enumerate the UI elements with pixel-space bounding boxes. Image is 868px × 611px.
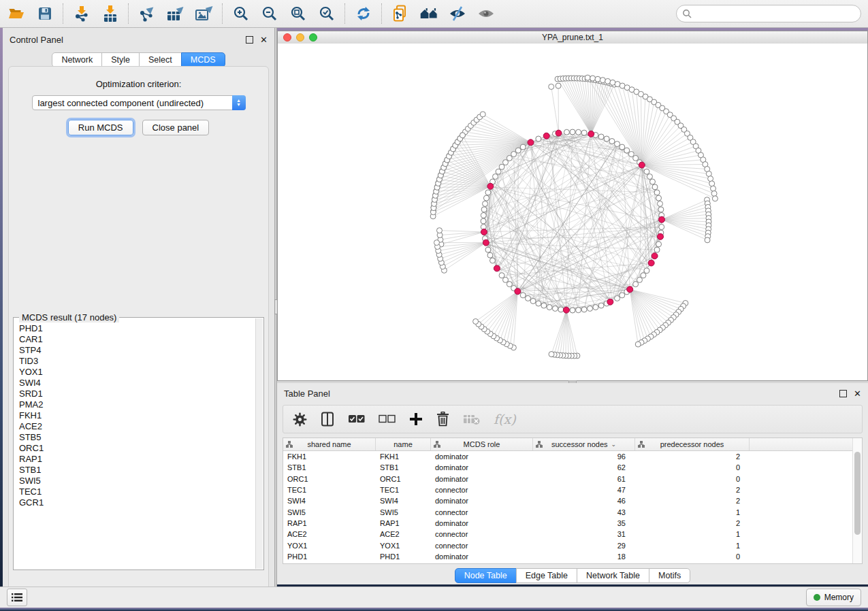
zoom-fit-icon[interactable]: [289, 4, 308, 23]
mcds-result-list[interactable]: PHD1CAR1STP4TID3YOX1SWI4SRD1PMA2FKH1ACE2…: [15, 319, 255, 568]
table-cell[interactable]: FKH1: [376, 452, 431, 461]
hide-selection-icon[interactable]: [448, 4, 467, 23]
memory-button[interactable]: Memory: [806, 589, 861, 606]
table-cell[interactable]: 29: [533, 542, 635, 550]
column-header-MCDS-role[interactable]: MCDS role: [431, 438, 533, 450]
show-columns-icon[interactable]: [321, 412, 334, 427]
window-minimize-icon[interactable]: [296, 33, 304, 42]
close-table-panel-icon[interactable]: ✕: [854, 391, 861, 397]
table-cell[interactable]: connector: [431, 486, 533, 494]
table-row[interactable]: PHD1PHD1dominator180: [283, 551, 862, 562]
mcds-result-item[interactable]: TID3: [19, 356, 255, 367]
table-cell[interactable]: 18: [533, 552, 635, 561]
table-cell[interactable]: 96: [533, 452, 635, 461]
mcds-result-item[interactable]: STP4: [19, 345, 255, 356]
criterion-dropdown[interactable]: largest connected component (undirected)…: [32, 95, 246, 110]
table-cell[interactable]: 1: [635, 508, 750, 516]
export-image-icon[interactable]: [195, 4, 214, 23]
table-cell[interactable]: 43: [533, 508, 635, 516]
table-cell[interactable]: ORC1: [283, 475, 376, 483]
save-session-icon[interactable]: [35, 4, 54, 23]
network-graph[interactable]: [278, 44, 867, 380]
table-cell[interactable]: TEC1: [376, 486, 431, 494]
import-network-icon[interactable]: [72, 4, 91, 23]
zoom-selected-icon[interactable]: [317, 4, 336, 23]
table-row[interactable]: FKH1FKH1dominator962: [283, 451, 862, 462]
delete-table-icon[interactable]: [463, 413, 480, 425]
table-scrollbar-thumb[interactable]: [854, 452, 861, 535]
table-row[interactable]: ORC1ORC1dominator610: [283, 474, 862, 484]
deselect-all-rows-icon[interactable]: [379, 414, 396, 424]
window-close-icon[interactable]: [283, 33, 291, 42]
table-cell[interactable]: TEC1: [283, 486, 376, 494]
tab-node-table[interactable]: Node Table: [455, 568, 517, 583]
table-cell[interactable]: 2: [635, 452, 750, 461]
table-cell[interactable]: 1: [635, 530, 750, 538]
tab-motifs[interactable]: Motifs: [649, 568, 690, 583]
table-cell[interactable]: ORC1: [376, 475, 431, 483]
table-cell[interactable]: connector: [431, 508, 533, 516]
run-mcds-button[interactable]: Run MCDS: [68, 120, 133, 135]
table-cell[interactable]: connector: [431, 542, 533, 550]
mcds-result-item[interactable]: SRD1: [19, 389, 255, 399]
table-cell[interactable]: 0: [635, 552, 750, 561]
tab-mcds[interactable]: MCDS: [181, 52, 225, 67]
table-cell[interactable]: 31: [533, 530, 635, 538]
table-cell[interactable]: 2: [635, 519, 750, 527]
table-cell[interactable]: STB1: [283, 463, 376, 472]
export-table-icon[interactable]: [166, 4, 185, 23]
table-cell[interactable]: ACE2: [283, 530, 376, 538]
first-neighbors-icon[interactable]: [419, 4, 438, 23]
table-scrollbar[interactable]: [852, 438, 862, 563]
table-row[interactable]: TEC1TEC1connector472: [283, 484, 862, 495]
mcds-result-item[interactable]: SWI5: [19, 476, 255, 486]
column-header-shared-name[interactable]: shared name: [283, 438, 376, 450]
table-settings-gear-icon[interactable]: [293, 412, 307, 427]
table-cell[interactable]: dominator: [431, 452, 533, 461]
table-cell[interactable]: dominator: [431, 519, 533, 527]
mcds-list-scrollbar[interactable]: [255, 318, 263, 569]
mcds-result-item[interactable]: ACE2: [19, 421, 255, 432]
column-header-name[interactable]: name: [376, 438, 431, 450]
network-window-titlebar[interactable]: YPA_prune.txt_1: [278, 31, 867, 44]
open-session-icon[interactable]: [7, 4, 26, 23]
tab-network-table[interactable]: Network Table: [577, 568, 649, 583]
table-cell[interactable]: connector: [431, 530, 533, 538]
tab-select[interactable]: Select: [139, 52, 182, 67]
network-canvas[interactable]: [278, 44, 867, 380]
mcds-result-item[interactable]: YOX1: [19, 367, 255, 378]
table-cell[interactable]: 62: [533, 463, 635, 472]
table-cell[interactable]: ACE2: [376, 530, 431, 538]
table-cell[interactable]: SWI5: [283, 508, 376, 516]
mcds-result-item[interactable]: TEC1: [19, 486, 255, 497]
tab-edge-table[interactable]: Edge Table: [516, 568, 577, 583]
apply-layout-icon[interactable]: [354, 4, 373, 23]
column-header-predecessor-nodes[interactable]: predecessor nodes: [635, 438, 750, 450]
mcds-result-item[interactable]: PMA2: [19, 399, 255, 410]
table-cell[interactable]: 0: [635, 463, 750, 472]
task-history-button[interactable]: [7, 589, 27, 606]
column-header-successor-nodes[interactable]: successor nodes⌄: [533, 438, 635, 450]
table-cell[interactable]: dominator: [431, 497, 533, 505]
mcds-result-item[interactable]: STB1: [19, 465, 255, 476]
table-cell[interactable]: RAP1: [283, 519, 376, 527]
table-cell[interactable]: 0: [635, 475, 750, 483]
table-cell[interactable]: SWI4: [283, 497, 376, 505]
table-cell[interactable]: SWI5: [376, 508, 431, 516]
table-cell[interactable]: 61: [533, 475, 635, 483]
table-cell[interactable]: 46: [533, 497, 635, 505]
table-cell[interactable]: FKH1: [283, 452, 376, 461]
table-cell[interactable]: RAP1: [376, 519, 431, 527]
zoom-in-icon[interactable]: [231, 4, 251, 23]
table-row[interactable]: SWI5SWI5connector431: [283, 506, 862, 517]
table-cell[interactable]: YOX1: [283, 542, 376, 550]
mcds-result-item[interactable]: RAP1: [19, 454, 255, 465]
table-cell[interactable]: PHD1: [283, 552, 376, 561]
mcds-result-item[interactable]: STB5: [19, 432, 255, 443]
table-cell[interactable]: dominator: [431, 463, 533, 472]
mcds-result-item[interactable]: CAR1: [19, 334, 255, 345]
table-cell[interactable]: STB1: [376, 463, 431, 472]
show-all-icon[interactable]: [477, 4, 496, 23]
close-panel-icon[interactable]: ✕: [260, 37, 268, 43]
select-all-rows-icon[interactable]: [348, 414, 365, 424]
